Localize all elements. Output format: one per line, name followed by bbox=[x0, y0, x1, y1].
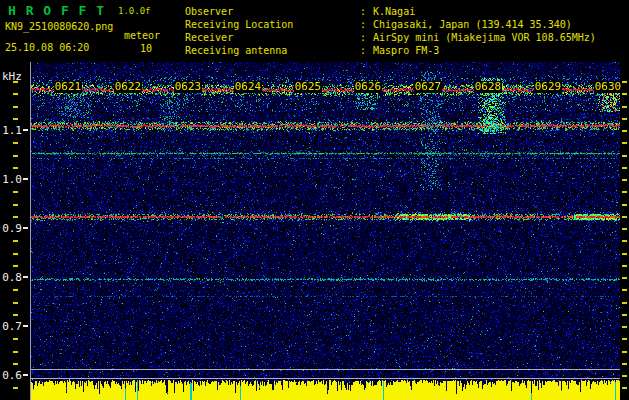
info-colon: : bbox=[360, 45, 366, 56]
freq-minor-tick bbox=[13, 118, 18, 120]
info-colon: : bbox=[360, 19, 366, 30]
freq-minor-tick bbox=[13, 302, 18, 304]
freq-minor-tick bbox=[13, 253, 18, 255]
info-value: Maspro FM-3 bbox=[373, 45, 439, 56]
info-row: Observer:K.Nagai bbox=[185, 5, 596, 18]
freq-tick-label: 0.8 bbox=[0, 271, 22, 284]
right-edge-tick bbox=[622, 93, 627, 95]
right-edge-tick bbox=[622, 130, 627, 132]
app-version: 1.0.0f bbox=[118, 6, 151, 16]
freq-tick-mark bbox=[23, 227, 28, 229]
freq-tick-mark bbox=[23, 374, 28, 376]
right-edge-tick bbox=[622, 142, 627, 144]
info-row: Receiving antenna:Maspro FM-3 bbox=[185, 44, 596, 57]
freq-minor-tick bbox=[13, 338, 18, 340]
freq-minor-tick bbox=[13, 204, 18, 206]
info-row: Receiver:AirSpy mini (Miakejima VOR 108.… bbox=[185, 31, 596, 44]
freq-minor-tick bbox=[13, 314, 18, 316]
freq-minor-tick bbox=[13, 106, 18, 108]
time-label: 0628 bbox=[474, 81, 502, 93]
spectrogram-canvas bbox=[31, 62, 620, 400]
freq-tick-label: 0.9 bbox=[0, 222, 22, 235]
freq-minor-tick bbox=[13, 81, 18, 83]
info-colon: : bbox=[360, 6, 366, 17]
right-edge-tick bbox=[622, 351, 627, 353]
plot-left-border bbox=[30, 62, 31, 400]
time-label: 0627 bbox=[414, 81, 442, 93]
right-edge-tick bbox=[622, 167, 627, 169]
right-edge-tick bbox=[622, 240, 627, 242]
right-edge-tick bbox=[622, 106, 627, 108]
freq-tick-label: 0.7 bbox=[0, 320, 22, 333]
right-edge-tick bbox=[622, 155, 627, 157]
freq-tick-mark bbox=[23, 325, 28, 327]
right-edge-tick bbox=[622, 81, 627, 83]
right-edge-tick bbox=[622, 363, 627, 365]
right-edge-tick bbox=[622, 326, 627, 328]
freq-minor-tick bbox=[13, 93, 18, 95]
info-label: Observer bbox=[185, 5, 360, 18]
time-label: 0623 bbox=[174, 81, 202, 93]
freq-minor-tick bbox=[13, 216, 18, 218]
time-label: 0630 bbox=[594, 81, 622, 93]
time-label: 0626 bbox=[354, 81, 382, 93]
right-edge-tick bbox=[622, 228, 627, 230]
right-edge-tick bbox=[622, 289, 627, 291]
time-label: 0622 bbox=[114, 81, 142, 93]
right-edge-tick bbox=[622, 338, 627, 340]
freq-minor-tick bbox=[13, 155, 18, 157]
freq-minor-tick bbox=[13, 289, 18, 291]
freq-minor-tick bbox=[13, 387, 18, 389]
spectrogram-plot: kHz 1.11.00.90.80.70.6062106220623062406… bbox=[0, 62, 629, 400]
info-label: Receiver bbox=[185, 31, 360, 44]
time-label: 0624 bbox=[234, 81, 262, 93]
freq-tick-mark bbox=[23, 129, 28, 131]
freq-minor-tick bbox=[13, 265, 18, 267]
info-label: Receiving Location bbox=[185, 18, 360, 31]
right-edge-tick bbox=[622, 216, 627, 218]
freq-minor-tick bbox=[13, 167, 18, 169]
freq-minor-tick bbox=[13, 363, 18, 365]
right-edge-tick bbox=[622, 314, 627, 316]
info-value: K.Nagai bbox=[373, 6, 415, 17]
right-edge-tick bbox=[622, 191, 627, 193]
info-colon: : bbox=[360, 32, 366, 43]
right-edge-tick bbox=[622, 302, 627, 304]
info-value: Chigasaki, Japan (139.414 35.340) bbox=[373, 19, 572, 30]
freq-tick-label: 1.0 bbox=[0, 173, 22, 186]
freq-tick-label: 0.6 bbox=[0, 369, 22, 382]
right-edge-tick bbox=[622, 387, 627, 389]
freq-minor-tick bbox=[13, 191, 18, 193]
info-label: Receiving antenna bbox=[185, 44, 360, 57]
time-label: 0629 bbox=[534, 81, 562, 93]
observation-datetime: 25.10.08 06:20 bbox=[5, 42, 89, 53]
right-edge-tick bbox=[622, 204, 627, 206]
freq-tick-label: 1.1 bbox=[0, 124, 22, 137]
meteor-count-label: meteor bbox=[124, 30, 160, 41]
info-value: AirSpy mini (Miakejima VOR 108.65MHz) bbox=[373, 32, 596, 43]
freq-minor-tick bbox=[13, 351, 18, 353]
output-filename: KN9_2510080620.png bbox=[5, 21, 113, 32]
hrofft-window: { "header": { "app_title": "H R O F F T"… bbox=[0, 0, 629, 400]
freq-minor-tick bbox=[13, 240, 18, 242]
right-edge-tick bbox=[622, 253, 627, 255]
right-edge-tick bbox=[622, 375, 627, 377]
right-edge-tick bbox=[622, 277, 627, 279]
freq-minor-tick bbox=[13, 142, 18, 144]
time-label: 0625 bbox=[294, 81, 322, 93]
meteor-count-value: 10 bbox=[140, 43, 152, 54]
right-edge-tick bbox=[622, 118, 627, 120]
freq-tick-mark bbox=[23, 276, 28, 278]
frequency-axis-unit: kHz bbox=[2, 70, 22, 83]
app-title: H R O F F T bbox=[8, 3, 105, 18]
time-label: 0621 bbox=[54, 81, 82, 93]
header: H R O F F T 1.0.0f KN9_2510080620.png me… bbox=[0, 0, 629, 62]
receiver-info: Observer:K.NagaiReceiving Location:Chiga… bbox=[185, 5, 596, 57]
freq-tick-mark bbox=[23, 178, 28, 180]
info-row: Receiving Location:Chigasaki, Japan (139… bbox=[185, 18, 596, 31]
right-edge-tick bbox=[622, 179, 627, 181]
right-edge-tick bbox=[622, 265, 627, 267]
